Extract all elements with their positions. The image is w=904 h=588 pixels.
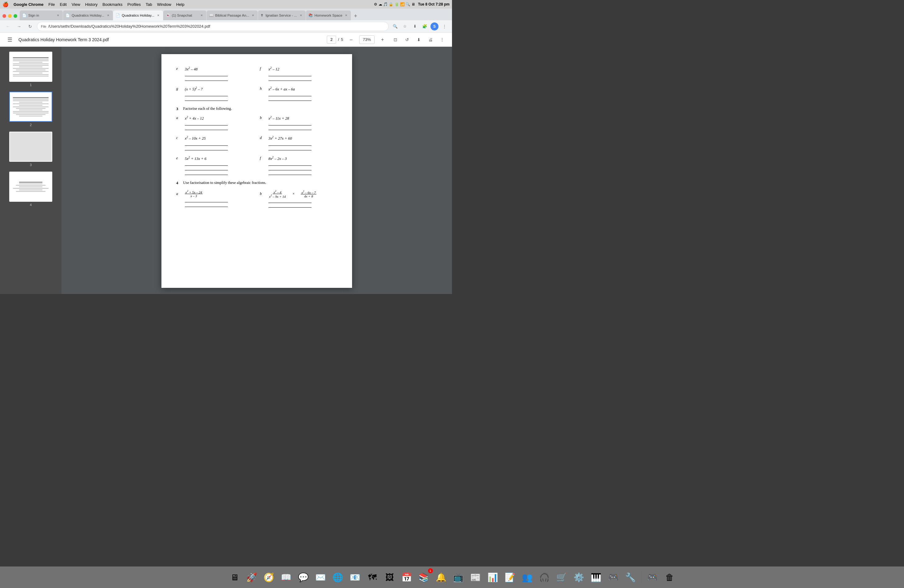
tab-close[interactable]: ✕ (199, 13, 204, 17)
thumbnail-label-2: 2 (30, 123, 32, 127)
close-button[interactable] (2, 14, 6, 18)
s4-a-numerator: x2 + 5x – 24 (185, 190, 202, 194)
s4-problems-ab-row: a x2 + 5x – 24 x – 3 b (176, 190, 337, 207)
s3-prob-d-label: d (260, 136, 264, 140)
problem-f-col: f x2 – 12 (260, 66, 337, 81)
menu-file[interactable]: File (49, 2, 55, 7)
bookmark-icon[interactable]: ☆ (401, 22, 409, 30)
thumbnail-3[interactable]: 3 (2, 132, 59, 167)
tab-quadratics-1[interactable]: 📄 Quadratics Holiday... ✕ (63, 11, 113, 20)
tab-quadratics-2-active[interactable]: 📄 Quadratics Holiday... ✕ (113, 11, 163, 20)
tab-homework[interactable]: 📚 Homework Space ✕ (306, 11, 351, 20)
s3-answer-line-e3 (185, 175, 228, 175)
thumbnail-page-3[interactable] (9, 132, 52, 162)
menu-help[interactable]: Help (176, 2, 185, 7)
pdf-toolbar: ☰ Quadratics Holiday Homework Term 3 202… (0, 33, 452, 47)
zoom-in-button[interactable]: + (378, 35, 387, 44)
answer-line-e1 (185, 76, 228, 76)
print-button[interactable]: 🖨 (425, 35, 435, 44)
problem-e-col: e 3x2 – 48 (176, 66, 254, 81)
thumbnail-4[interactable]: 4 (2, 172, 59, 207)
thumbnail-page-1[interactable] (9, 52, 52, 82)
thumbnail-page-2[interactable] (9, 92, 52, 122)
tab-bar: 📄 Sign in ✕ 📄 Quadratics Holiday... ✕ 📄 … (0, 9, 452, 20)
back-button[interactable]: ← (4, 22, 12, 31)
tab-sign-in[interactable]: 📄 Sign in ✕ (20, 11, 63, 20)
section4-header: 4 Use factorisation to simplify these al… (176, 180, 337, 185)
profile-avatar[interactable]: S (430, 22, 438, 30)
fit-page-button[interactable]: ⊡ (390, 35, 400, 44)
s3-answer-line-f3 (269, 175, 311, 175)
thumbnail-label-1: 1 (30, 83, 32, 87)
apple-menu[interactable]: 🍎 (2, 2, 9, 7)
thumbnail-1[interactable]: 1 (2, 52, 59, 87)
refresh-button[interactable]: ↻ (26, 22, 35, 31)
thumbnail-label-4: 4 (30, 203, 32, 207)
menu-edit[interactable]: Edit (60, 2, 66, 7)
download-pdf-button[interactable]: ⬇ (414, 35, 424, 44)
tab-close[interactable]: ✕ (251, 13, 255, 17)
tab-title: Quadratics Holiday... (122, 14, 154, 17)
prob-g-label: g (176, 87, 180, 91)
menu-window[interactable]: Window (157, 2, 171, 7)
url-text: /Users/sethr/Downloads/Quadratics%20Holi… (48, 24, 385, 28)
pdf-sidebar[interactable]: 1 (0, 47, 62, 294)
thumbnail-label-3: 3 (30, 163, 32, 167)
tab-ignatian[interactable]: ✝ Ignatian Service - ... ✕ (258, 11, 305, 20)
toolbar-right: ⊡ ↺ ⬇ 🖨 ⋮ (390, 35, 447, 44)
section3-text: Factorise each of the following. (183, 106, 232, 111)
address-input[interactable]: File /Users/sethr/Downloads/Quadratics%2… (37, 22, 389, 31)
zoom-out-button[interactable]: – (347, 35, 356, 44)
tab-close[interactable]: ✕ (56, 13, 60, 17)
menu-profiles[interactable]: Profiles (127, 2, 141, 7)
s4-b-num2: x2 – 6x – 7 (301, 190, 316, 194)
menu-tab[interactable]: Tab (146, 2, 152, 7)
s3-answer-line-c1 (185, 145, 228, 146)
tab-close[interactable]: ✕ (156, 13, 161, 17)
s4-prob-b-label: b (260, 191, 264, 196)
answer-line-f2 (269, 81, 311, 81)
thumbnail-page-4[interactable] (9, 172, 52, 202)
download-icon[interactable]: ⬇ (411, 22, 419, 30)
app-name: Google Chrome (14, 2, 44, 7)
tab-close[interactable]: ✕ (344, 13, 348, 17)
protocol-indicator: File (41, 25, 46, 28)
tab-snapchat[interactable]: 👻 (1) Snapchat ✕ (163, 11, 206, 20)
page-number-input[interactable] (327, 36, 336, 44)
section4-text: Use factorisation to simplify these alge… (183, 180, 266, 185)
tab-title: (1) Snapchat (172, 14, 198, 17)
tab-favicon: 📚 (308, 13, 313, 17)
menu-history[interactable]: History (85, 2, 98, 7)
s4-prob-a-fraction: x2 + 5x – 24 x – 3 (185, 190, 202, 198)
prob-f-label: f (260, 66, 264, 71)
menu-view[interactable]: View (72, 2, 80, 7)
tab-title: Ignatian Service - ... (266, 14, 297, 17)
prob-e-expr: 3x2 – 48 (185, 66, 198, 72)
prob-h-label: h (260, 87, 264, 91)
search-icon[interactable]: 🔍 (391, 22, 399, 30)
tab-close[interactable]: ✕ (106, 13, 111, 17)
rotate-button[interactable]: ↺ (402, 35, 412, 44)
pdf-page: e 3x2 – 48 f x2 – 12 (161, 54, 352, 288)
s3-problem-c-col: c x2 – 10x + 25 (176, 136, 254, 150)
tab-close[interactable]: ✕ (299, 13, 303, 17)
tab-title: Homework Space (315, 14, 343, 17)
s3-answer-line-d1 (269, 145, 311, 146)
s3-problems-ef-row: e 5x2 + 13x + 6 f 8x2 – 2x – 3 (176, 156, 337, 175)
more-options-icon[interactable]: ⋮ (440, 22, 448, 30)
s4-answer-line-a1 (185, 202, 228, 202)
menu-bookmarks[interactable]: Bookmarks (103, 2, 122, 7)
forward-button[interactable]: → (15, 22, 24, 31)
more-options-button[interactable]: ⋮ (437, 35, 447, 44)
page-nav: / 5 (327, 36, 343, 44)
sidebar-toggle-button[interactable]: ☰ (5, 35, 15, 44)
maximize-button[interactable] (14, 14, 17, 18)
minimize-button[interactable] (8, 14, 12, 18)
answer-line-f1 (269, 76, 311, 76)
thumbnail-2[interactable]: 2 (2, 92, 59, 127)
new-tab-button[interactable]: + (351, 12, 360, 20)
answer-line-e2 (185, 81, 228, 81)
section3-number: 3 (176, 106, 179, 111)
extension-icon[interactable]: 🧩 (420, 22, 428, 30)
tab-biblical[interactable]: 📖 Biblical Passage An... ✕ (207, 11, 258, 20)
